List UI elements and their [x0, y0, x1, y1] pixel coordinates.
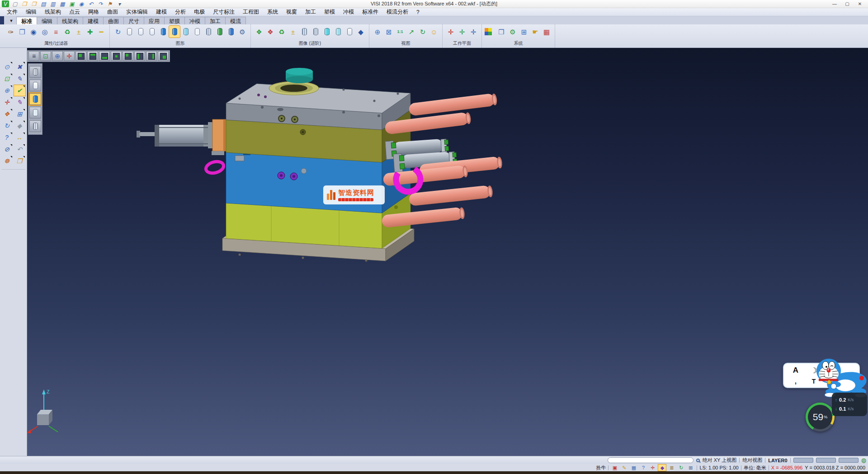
模流[interactable]: 模流 — [225, 17, 246, 24]
copy-paste-icon[interactable]: ❐ — [14, 156, 25, 166]
app-logo-visi[interactable]: V — [2, 0, 9, 7]
加工[interactable]: 加工 — [301, 8, 320, 16]
view-cube-bottom-icon[interactable] — [99, 51, 110, 61]
help-icon[interactable]: ? — [1, 132, 13, 143]
undo-action-icon[interactable]: ↶ — [14, 144, 25, 155]
save-all-icon[interactable]: ▦ — [59, 0, 66, 7]
window-layout-icon[interactable]: ⊞ — [14, 109, 25, 119]
undo-icon[interactable]: ↶ — [87, 0, 94, 7]
workplane-standard-icon[interactable]: ✛ — [445, 26, 456, 38]
solids-swap-icon[interactable]: ♻ — [276, 26, 287, 38]
view-cube-right-icon[interactable] — [146, 51, 157, 61]
toolbar-options-icon[interactable]: ▾ — [116, 0, 123, 7]
erase-entities-icon[interactable]: ✖ — [14, 62, 25, 72]
view-cube-back-icon[interactable] — [123, 51, 133, 61]
cylinder-shaded-icon[interactable] — [158, 26, 169, 38]
zoom-window-icon[interactable]: ⊠ — [383, 26, 394, 38]
3d-viewport[interactable]: Z ≡⊡⊕✛ 智造资料网 A☽,T — [27, 48, 868, 456]
import-file-icon[interactable]: ❒ — [30, 0, 38, 7]
电极[interactable]: 电极 — [190, 8, 209, 16]
尺寸标注[interactable]: 尺寸标注 — [209, 8, 239, 16]
cylinder-hatched-icon[interactable] — [203, 26, 214, 38]
navigate-wheel-icon[interactable]: ☸ — [1, 156, 13, 166]
new-document-icon[interactable]: ▢ — [11, 0, 19, 7]
render-wireframe-icon[interactable] — [29, 80, 41, 91]
?[interactable]: ? — [412, 9, 424, 15]
视窗[interactable]: 视窗 — [282, 8, 301, 16]
snap-toggle-label[interactable]: 拴牛 — [596, 465, 606, 471]
fit-window-icon[interactable]: ⊡ — [1, 73, 13, 84]
solid-box-icon[interactable]: ◆ — [14, 120, 25, 131]
desktop-widget[interactable]: A☽,T — [778, 359, 868, 445]
capture-icon[interactable]: ▣ — [611, 465, 618, 471]
solids-filter-icon[interactable]: ❖ — [265, 26, 276, 38]
print-icon[interactable]: ▣ — [68, 0, 75, 7]
system-settings-icon[interactable]: ⚙ — [507, 26, 518, 38]
rotate-view-icon[interactable]: ↻ — [417, 26, 428, 38]
swap-visibility-icon[interactable]: ♻ — [62, 26, 73, 38]
save-as-icon[interactable]: ▥ — [49, 0, 57, 7]
zoom-solid-icon[interactable]: ⊕ — [1, 85, 13, 96]
view-cube-iso-icon[interactable] — [75, 51, 86, 61]
sketch-curve-icon[interactable]: ✎ — [14, 97, 25, 108]
cylinder-wireframe-hidden-icon[interactable] — [135, 26, 146, 38]
eye-bolt-ring[interactable] — [205, 160, 225, 175]
open-file-icon[interactable]: ❐ — [21, 0, 28, 7]
network-speed-panel[interactable]: ↑ 0.2 K/s ↓ 0.1 K/s — [832, 393, 867, 416]
cylinder-striped-alt-icon[interactable] — [310, 26, 321, 38]
fit-view-icon[interactable]: ⊡ — [40, 51, 51, 61]
grid-settings-icon[interactable]: ▦ — [541, 26, 552, 38]
snap-icon[interactable]: ✛ — [649, 465, 656, 471]
layer-list-icon[interactable]: ≣ — [668, 465, 675, 471]
view-cube-top-icon[interactable] — [87, 51, 98, 61]
zoom-entities-icon[interactable]: ⊙ — [1, 62, 13, 72]
active-layer-label[interactable]: LAYER0 — [768, 458, 787, 463]
hint-icon[interactable]: ? — [639, 465, 647, 471]
view-reference-label[interactable]: 绝对视图 — [742, 457, 762, 464]
ime-mode-glyph[interactable]: , — [795, 378, 797, 385]
solids-toggle-icon[interactable]: ± — [288, 26, 298, 38]
window-settings-icon[interactable]: ⊞ — [519, 26, 529, 38]
cylinder-dashed-icon[interactable] — [146, 26, 157, 38]
attributes-page-icon[interactable]: ❐ — [17, 26, 28, 38]
locating-ring[interactable] — [269, 81, 319, 95]
cpu-gauge[interactable]: 59% — [806, 403, 835, 431]
toggle-visibility-icon[interactable]: ± — [73, 26, 84, 38]
工程图[interactable]: 工程图 — [239, 8, 263, 16]
view-mode-label[interactable]: 绝对 XY 上视图 — [703, 457, 737, 464]
command-search-input[interactable] — [608, 457, 693, 463]
graphics-settings-icon[interactable]: ⚙ — [237, 26, 248, 38]
cylinder-translucent-icon[interactable] — [180, 26, 191, 38]
selection-options-icon[interactable]: ☛ — [530, 26, 541, 38]
ime-mode-glyph[interactable]: A — [793, 366, 798, 375]
view-cube-left-icon[interactable] — [134, 51, 145, 61]
show-entities-icon[interactable]: ◉ — [28, 26, 39, 38]
guide-pillar-5[interactable] — [409, 185, 493, 206]
os-taskbar-edge[interactable] — [0, 471, 868, 474]
save-icon[interactable]: ▤ — [40, 0, 47, 7]
report-icon[interactable]: ❒ — [496, 26, 507, 38]
grid-icon[interactable]: ▦ — [630, 465, 637, 471]
线架构[interactable]: 线架构 — [57, 17, 83, 24]
cylinder-page-icon[interactable] — [333, 26, 344, 38]
render-translucent-icon[interactable] — [29, 107, 41, 118]
view-menu-icon[interactable]: ≡ — [28, 51, 39, 61]
workplane-view-icon[interactable]: ✛ — [468, 26, 479, 38]
tab-dropdown-icon[interactable]: ▼ — [6, 17, 16, 24]
view-cube-iso2-icon[interactable] — [158, 51, 169, 61]
mold-assembly-model[interactable]: Z — [27, 48, 868, 456]
attributes-style-icon[interactable]: ❖ — [1, 109, 13, 119]
add-to-visible-icon[interactable]: ✚ — [85, 26, 95, 38]
cylinder-shaded-edges-icon[interactable] — [169, 26, 180, 38]
实体编辑[interactable]: 实体编辑 — [122, 8, 152, 16]
attributes-brush-icon[interactable]: ✑ — [5, 26, 16, 38]
delete-icon[interactable]: ⊘ — [1, 144, 13, 155]
zoom-dynamic-icon[interactable]: ⊕ — [52, 51, 63, 61]
cylinder-validate-icon[interactable] — [321, 26, 332, 38]
线架构[interactable]: 线架构 — [41, 8, 65, 16]
标准件[interactable]: 标准件 — [358, 8, 382, 16]
hydraulic-cylinder[interactable] — [137, 119, 227, 155]
标准[interactable]: 标准 — [16, 17, 37, 24]
系统[interactable]: 系统 — [263, 8, 282, 16]
minimize-button[interactable]: — — [828, 1, 841, 6]
